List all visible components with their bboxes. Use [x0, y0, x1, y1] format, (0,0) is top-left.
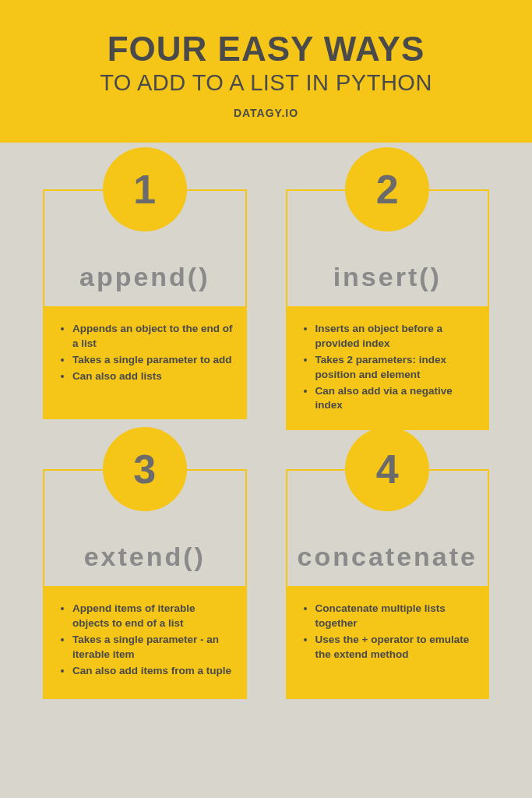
card-concatenate: 4 concatenate Concatenate multiple lists… — [286, 469, 490, 710]
page-title: FOUR EASY WAYS — [16, 30, 516, 69]
card-number-badge: 1 — [103, 147, 187, 231]
card-number-badge: 3 — [103, 427, 187, 511]
card-name: concatenate — [298, 542, 477, 572]
header: FOUR EASY WAYS TO ADD TO A LIST IN PYTHO… — [0, 0, 532, 143]
card-point: Appends an object to the end of a list — [72, 322, 233, 351]
card-extend: 3 extend() Append items of iterable obje… — [43, 469, 247, 710]
card-point: Can also add items from a tuple — [72, 664, 233, 679]
card-detail: Concatenate multiple lists together Uses… — [286, 586, 490, 699]
card-point: Append items of iterable objects to end … — [72, 602, 233, 631]
card-detail: Appends an object to the end of a list T… — [43, 306, 247, 419]
card-name: insert() — [333, 262, 442, 292]
card-insert: 2 insert() Inserts an object before a pr… — [286, 189, 490, 430]
card-append: 1 append() Appends an object to the end … — [43, 189, 247, 430]
card-number-badge: 4 — [345, 427, 429, 511]
card-detail: Inserts an object before a provided inde… — [286, 306, 490, 430]
card-point: Can also add lists — [72, 369, 233, 384]
card-number-badge: 2 — [345, 147, 429, 231]
card-name: append() — [79, 262, 210, 292]
card-point: Takes a single parameter - an iterable i… — [72, 633, 233, 662]
card-point: Takes 2 parameters: index position and e… — [315, 353, 476, 383]
site-label: DATAGY.IO — [16, 107, 516, 119]
card-point: Can also add via a negative index — [315, 384, 476, 414]
card-detail: Append items of iterable objects to end … — [43, 586, 247, 699]
card-point: Concatenate multiple lists together — [315, 602, 476, 631]
card-point: Uses the + operator to emulate the exten… — [315, 633, 476, 662]
card-point: Takes a single parameter to add — [72, 353, 233, 368]
card-name: extend() — [84, 542, 206, 572]
card-grid: 1 append() Appends an object to the end … — [0, 143, 532, 750]
page-subtitle: TO ADD TO A LIST IN PYTHON — [16, 70, 516, 96]
card-point: Inserts an object before a provided inde… — [315, 322, 476, 351]
